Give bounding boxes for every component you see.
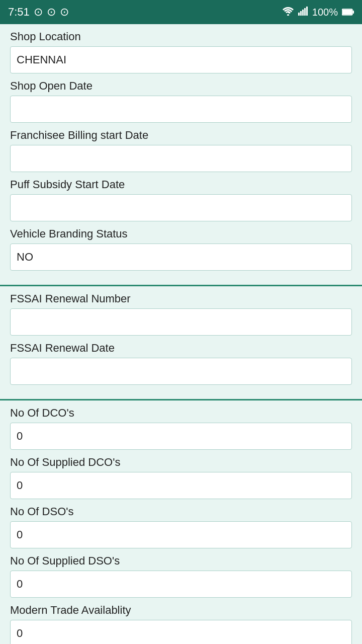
- input-franchisee-billing[interactable]: [10, 145, 352, 172]
- svg-rect-5: [306, 7, 308, 16]
- svg-rect-1: [298, 13, 300, 16]
- field-no-of-dcos: No Of DCO's: [10, 407, 352, 450]
- label-vehicle-branding: Vehicle Branding Status: [10, 227, 352, 240]
- main-content: Shop Location Shop Open Date Franchisee …: [0, 24, 362, 644]
- label-puff-subsidy: Puff Subsidy Start Date: [10, 178, 352, 191]
- label-no-of-dsos: No Of DSO's: [10, 505, 352, 518]
- input-no-of-dcos[interactable]: [10, 423, 352, 450]
- field-modern-trade-availablity: Modern Trade Availablity: [10, 604, 352, 644]
- camera-icon-3: ⊙: [60, 6, 69, 19]
- field-no-of-dsos: No Of DSO's: [10, 505, 352, 548]
- status-time: 7:51: [8, 6, 30, 19]
- input-fssai-renewal-number[interactable]: [10, 308, 352, 336]
- field-vehicle-branding: Vehicle Branding Status: [10, 227, 352, 271]
- label-fssai-renewal-number: FSSAI Renewal Number: [10, 292, 352, 305]
- svg-rect-3: [302, 10, 304, 16]
- battery-icon: [342, 7, 354, 18]
- field-puff-subsidy: Puff Subsidy Start Date: [10, 178, 352, 221]
- svg-rect-2: [300, 11, 302, 16]
- input-modern-trade-availablity[interactable]: [10, 620, 352, 644]
- label-franchisee-billing: Franchisee Billing start Date: [10, 129, 352, 142]
- status-bar: 7:51 ⊙ ⊙ ⊙ 100%: [0, 0, 362, 24]
- svg-point-0: [287, 14, 289, 16]
- input-vehicle-branding[interactable]: [10, 244, 352, 271]
- input-no-of-supplied-dsos[interactable]: [10, 571, 352, 598]
- label-shop-location: Shop Location: [10, 30, 352, 43]
- label-modern-trade-availablity: Modern Trade Availablity: [10, 604, 352, 617]
- input-no-of-supplied-dcos[interactable]: [10, 472, 352, 499]
- camera-icon-1: ⊙: [34, 6, 43, 19]
- field-shop-open-date: Shop Open Date: [10, 79, 352, 123]
- label-no-of-dcos: No Of DCO's: [10, 407, 352, 420]
- svg-rect-4: [304, 8, 306, 16]
- field-no-of-supplied-dsos: No Of Supplied DSO's: [10, 554, 352, 598]
- section-dco-dso-info: No Of DCO's No Of Supplied DCO's No Of D…: [0, 400, 362, 644]
- status-right: 100%: [282, 7, 354, 18]
- input-shop-open-date[interactable]: [10, 96, 352, 123]
- status-left: 7:51 ⊙ ⊙ ⊙: [8, 6, 69, 19]
- label-no-of-supplied-dsos: No Of Supplied DSO's: [10, 554, 352, 568]
- section-fssai-info: FSSAI Renewal Number FSSAI Renewal Date: [0, 286, 362, 400]
- field-shop-location: Shop Location: [10, 30, 352, 73]
- wifi-icon: [282, 7, 294, 18]
- input-no-of-dsos[interactable]: [10, 521, 352, 548]
- label-no-of-supplied-dcos: No Of Supplied DCO's: [10, 456, 352, 469]
- input-shop-location[interactable]: [10, 46, 352, 73]
- section-shop-info: Shop Location Shop Open Date Franchisee …: [0, 24, 362, 286]
- label-shop-open-date: Shop Open Date: [10, 79, 352, 93]
- input-puff-subsidy[interactable]: [10, 194, 352, 221]
- field-no-of-supplied-dcos: No Of Supplied DCO's: [10, 456, 352, 499]
- field-fssai-renewal-number: FSSAI Renewal Number: [10, 292, 352, 336]
- label-fssai-renewal-date: FSSAI Renewal Date: [10, 342, 352, 355]
- input-fssai-renewal-date[interactable]: [10, 358, 352, 385]
- camera-icon-2: ⊙: [47, 6, 56, 19]
- field-franchisee-billing: Franchisee Billing start Date: [10, 129, 352, 172]
- svg-rect-7: [342, 10, 352, 15]
- signal-icon: [298, 7, 308, 18]
- battery-percentage: 100%: [312, 7, 338, 18]
- svg-rect-8: [352, 11, 354, 14]
- field-fssai-renewal-date: FSSAI Renewal Date: [10, 342, 352, 385]
